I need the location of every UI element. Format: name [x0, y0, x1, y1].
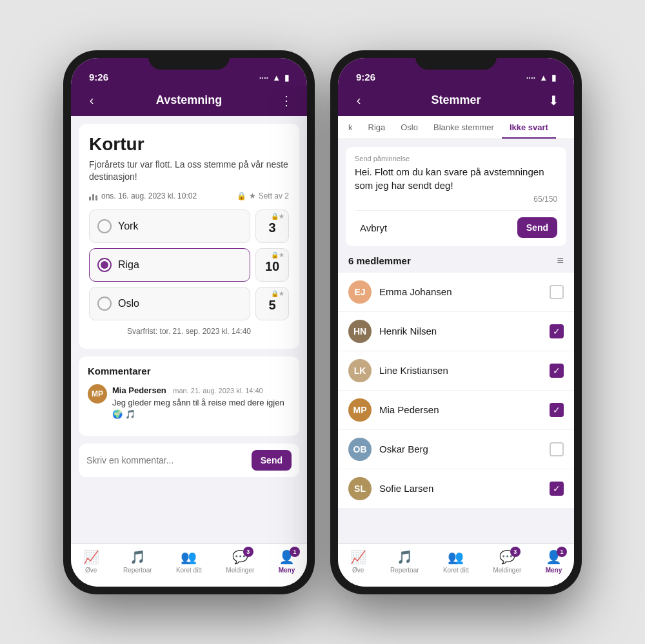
battery-icon-right: ▮ — [551, 73, 556, 83]
content-area-left: Kortur Fjorårets tur var flott. La oss s… — [71, 116, 307, 543]
comments-title: Kommentarer — [88, 366, 290, 376]
member-row-oskar: OB Oskar Berg — [338, 430, 574, 469]
list-view-icon[interactable]: ≡ — [557, 254, 564, 268]
nav-item-koret-right[interactable]: 👥 Koret ditt — [443, 549, 469, 574]
poll-title: Kortur — [89, 134, 289, 155]
app-header-left: ‹ Avstemning ⋮ — [71, 86, 307, 116]
repertoar-icon-left: 🎵 — [130, 549, 146, 565]
reminder-text[interactable]: Hei. Flott om du kan svare på avstemning… — [355, 165, 557, 192]
comment-author: Mia Pedersen — [112, 385, 166, 395]
nav-item-koret-left[interactable]: 👥 Koret ditt — [176, 549, 202, 574]
back-button-left[interactable]: ‹ — [81, 93, 102, 108]
time-right: 9:26 — [356, 72, 375, 83]
tab-ikke-svart[interactable]: Ikke svart — [502, 116, 556, 139]
vote-count-oslo: 🔒★ 5 — [255, 287, 289, 320]
tab-k[interactable]: k — [341, 116, 361, 139]
checkbox-line[interactable]: ✓ — [550, 364, 564, 378]
option-row-oslo[interactable]: Oslo 🔒★ 5 — [89, 287, 289, 320]
ove-label-right: Øve — [352, 567, 364, 574]
chart-icon — [89, 191, 97, 200]
deadline: Svarfrist: tor. 21. sep. 2023 kl. 14:40 — [89, 327, 289, 336]
checkbox-emma[interactable] — [550, 285, 564, 299]
meldinger-badge-right: 3 — [510, 547, 521, 557]
lock-star-york: 🔒★ — [271, 213, 284, 220]
poll-date: ons. 16. aug. 2023 kl. 10:02 — [89, 191, 197, 200]
radio-oslo[interactable] — [97, 297, 112, 311]
wifi-icon-right: ▲ — [539, 73, 548, 83]
reminder-card: Send påminnelse Hei. Flott om du kan sva… — [346, 147, 566, 246]
nav-item-meldinger-left[interactable]: 💬3 Meldinger — [226, 549, 254, 574]
meldinger-label-left: Meldinger — [226, 567, 254, 574]
member-row-emma: EJ Emma Johansen — [338, 273, 574, 312]
tab-blanke[interactable]: Blanke stemmer — [426, 116, 502, 139]
nav-item-meny-right[interactable]: 👤1 Meny — [546, 549, 562, 574]
count-riga: 10 — [265, 259, 279, 274]
notch — [148, 50, 230, 70]
tab-riga[interactable]: Riga — [361, 116, 393, 139]
meny-icon-left: 👤1 — [279, 549, 295, 565]
checkbox-mia[interactable]: ✓ — [550, 403, 564, 417]
option-box-riga[interactable]: Riga — [89, 248, 250, 282]
comment-input[interactable] — [86, 455, 246, 465]
tab-oslo[interactable]: Oslo — [393, 116, 426, 139]
count-oslo: 5 — [268, 298, 275, 313]
vote-count-york: 🔒★ 3 — [255, 210, 289, 243]
left-screen: 9:26 ···· ▲ ▮ ‹ Avstemning ⋮ Kortur Fjor… — [71, 58, 307, 587]
avbryt-button[interactable]: Avbryt — [355, 217, 392, 239]
radio-york[interactable] — [97, 219, 112, 233]
comment-send-button[interactable]: Send — [252, 450, 292, 471]
meldinger-icon-left: 💬3 — [232, 549, 248, 565]
checkbox-henrik[interactable]: ✓ — [550, 324, 564, 338]
option-label-york: York — [118, 220, 138, 232]
status-icons-right: ···· ▲ ▮ — [526, 73, 556, 83]
checkbox-sofie[interactable]: ✓ — [550, 482, 564, 496]
right-phone: 9:26 ···· ▲ ▮ ‹ Stemmer ⬇ k Riga Oslo Bl… — [330, 50, 582, 594]
checkbox-oskar[interactable] — [550, 442, 564, 456]
members-list: EJ Emma Johansen HN Henrik Nilsen ✓ LK L… — [338, 273, 574, 509]
bottom-nav-left: 📈 Øve 🎵 Repertoar 👥 Koret ditt 💬3 Meldin… — [71, 543, 307, 587]
poll-sett: 🔒 ★ Sett av 2 — [237, 191, 289, 200]
back-button-right[interactable]: ‹ — [348, 93, 369, 108]
member-name-sofie: Sofie Larsen — [379, 483, 542, 494]
koret-icon-right: 👥 — [448, 549, 464, 565]
nav-item-ove-right[interactable]: 📈 Øve — [350, 549, 366, 574]
meny-icon-right: 👤1 — [546, 549, 562, 565]
nav-item-meny-left[interactable]: 👤1 Meny — [279, 549, 295, 574]
koret-label-left: Koret ditt — [176, 567, 202, 574]
notch-right — [415, 50, 497, 70]
menu-button-left[interactable]: ⋮ — [276, 93, 297, 108]
comment-time: man. 21. aug. 2023 kl. 14:40 — [173, 387, 263, 395]
nav-item-meldinger-right[interactable]: 💬3 Meldinger — [493, 549, 521, 574]
members-header: 6 medlemmer ≡ — [338, 246, 574, 273]
tabs-bar-right: k Riga Oslo Blanke stemmer Ikke svart — [338, 116, 574, 139]
member-name-oskar: Oskar Berg — [379, 444, 542, 454]
meldinger-badge-left: 3 — [243, 547, 253, 557]
nav-item-repertoar-left[interactable]: 🎵 Repertoar — [123, 549, 152, 574]
option-row-riga[interactable]: Riga 🔒★ 10 — [89, 248, 289, 282]
comment-input-area[interactable]: Send — [79, 444, 299, 477]
koret-label-right: Koret ditt — [443, 567, 469, 574]
member-name-emma: Emma Johansen — [379, 286, 542, 297]
option-row-york[interactable]: York 🔒★ 3 — [89, 210, 289, 243]
comments-section: Kommentarer MP Mia Pedersen man. 21. aug… — [79, 356, 299, 436]
nav-item-repertoar-right[interactable]: 🎵 Repertoar — [390, 549, 419, 574]
member-name-mia: Mia Pedersen — [379, 404, 542, 415]
meny-label-right: Meny — [546, 567, 562, 574]
option-box-york[interactable]: York — [89, 210, 250, 243]
poll-card: Kortur Fjorårets tur var flott. La oss s… — [79, 124, 299, 349]
repertoar-label-right: Repertoar — [390, 567, 419, 574]
option-box-oslo[interactable]: Oslo — [89, 287, 250, 320]
app-header-right: ‹ Stemmer ⬇ — [338, 86, 574, 116]
option-label-riga: Riga — [118, 259, 139, 271]
vote-count-riga: 🔒★ 10 — [255, 248, 289, 282]
reminder-send-button[interactable]: Send — [517, 217, 557, 238]
download-button-right[interactable]: ⬇ — [543, 93, 564, 108]
poll-description: Fjorårets tur var flott. La oss stemme p… — [89, 159, 289, 184]
comment-item-0: MP Mia Pedersen man. 21. aug. 2023 kl. 1… — [88, 384, 290, 420]
nav-item-ove-left[interactable]: 📈 Øve — [83, 549, 99, 574]
radio-riga[interactable] — [97, 258, 112, 272]
member-row-mia: MP Mia Pedersen ✓ — [338, 391, 574, 430]
signal-icon-right: ···· — [526, 73, 535, 83]
reminder-label: Send påminnelse — [355, 155, 557, 162]
avatar-line: LK — [348, 359, 372, 382]
